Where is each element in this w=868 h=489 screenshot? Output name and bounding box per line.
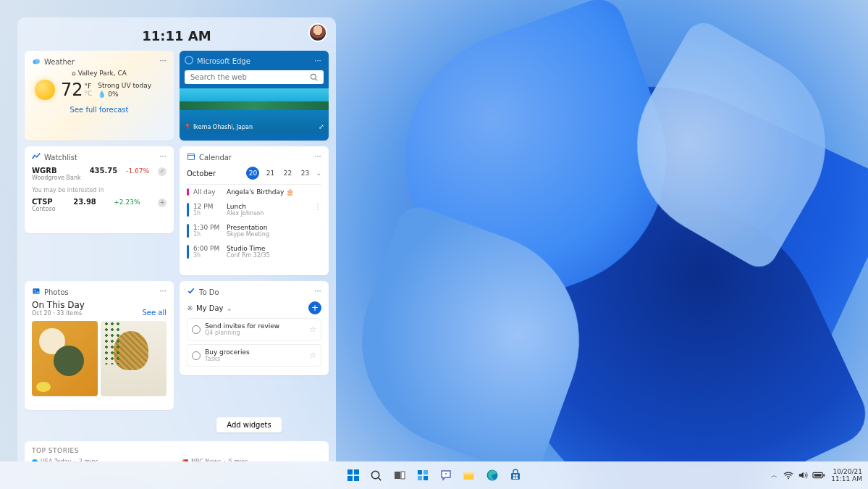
todo-widget[interactable]: To Do ··· ☼ My Day ⌄ + Send invites for … — [180, 281, 329, 375]
watchlist-row[interactable]: CTSPContoso 23.98 +2.23% + — [32, 198, 167, 212]
edge-icon — [185, 56, 193, 66]
sun-outline-icon: ☼ — [187, 304, 193, 312]
todo-more-button[interactable]: ··· — [311, 285, 324, 296]
store-button[interactable] — [506, 466, 525, 485]
widgets-panel: 11:11 AM Weather ··· ⌂ Valley Park, CA 7… — [17, 17, 336, 474]
photos-icon — [32, 287, 41, 297]
edge-title: Microsoft Edge — [197, 57, 250, 65]
calendar-day[interactable]: 20 — [246, 167, 259, 180]
tray-chevron-icon[interactable]: ︿ — [771, 471, 778, 480]
svg-rect-32 — [824, 474, 825, 477]
edge-search-input[interactable]: Search the web — [185, 70, 324, 84]
check-icon[interactable]: ✓ — [158, 167, 167, 176]
weather-widget[interactable]: Weather ··· ⌂ Valley Park, CA 72°F°C Str… — [25, 51, 174, 141]
svg-point-21 — [445, 473, 447, 475]
wifi-icon[interactable] — [783, 471, 793, 480]
weather-more-button[interactable]: ··· — [156, 55, 169, 65]
todo-icon — [187, 287, 195, 297]
watchlist-row[interactable]: WGRBWoodgrove Bank 435.75 -1.67% ✓ — [32, 167, 167, 181]
svg-rect-10 — [354, 469, 359, 475]
weather-location: Valley Park, CA — [78, 70, 127, 77]
photos-widget[interactable]: Photos ··· On This Day Oct 20 · 33 items… — [25, 281, 174, 410]
photos-see-all-link[interactable]: See all — [142, 309, 167, 317]
edge-widget[interactable]: Microsoft Edge ··· Search the web 📍Ikema… — [180, 51, 329, 141]
svg-point-13 — [371, 471, 379, 478]
calendar-event[interactable]: 6:00 PM3h Studio TimeConf Rm 32/35 — [187, 241, 321, 262]
event-more-icon[interactable]: ⋮ — [314, 203, 321, 211]
task-view-button[interactable] — [390, 466, 409, 485]
weather-title: Weather — [44, 58, 75, 66]
chevron-down-icon[interactable]: ⌄ — [316, 170, 321, 177]
expand-icon[interactable]: ⤢ — [319, 123, 324, 130]
add-widgets-button[interactable]: Add widgets — [216, 417, 281, 432]
battery-icon[interactable] — [812, 472, 825, 479]
profile-avatar[interactable] — [308, 23, 327, 42]
svg-rect-27 — [513, 477, 515, 480]
svg-rect-18 — [424, 470, 428, 475]
star-icon[interactable]: ☆ — [309, 325, 316, 334]
watchlist-more-button[interactable]: ··· — [156, 151, 169, 161]
todo-item[interactable]: Send invites for reviewQ4 planning ☆ — [187, 318, 321, 340]
file-explorer-button[interactable] — [460, 466, 479, 485]
sun-icon — [35, 80, 55, 100]
edge-search-placeholder: Search the web — [190, 73, 247, 81]
chat-button[interactable] — [437, 466, 455, 485]
edge-more-button[interactable]: ··· — [311, 55, 324, 65]
calendar-day[interactable]: 22 — [281, 167, 294, 180]
calendar-event[interactable]: 1:30 PM1h PresentationSkype Meeting — [187, 220, 321, 241]
svg-rect-25 — [513, 475, 515, 477]
svg-point-3 — [311, 74, 316, 79]
svg-rect-24 — [511, 473, 520, 480]
volume-icon[interactable] — [798, 471, 808, 480]
todo-checkbox[interactable] — [192, 325, 201, 334]
calendar-title: Calendar — [199, 154, 232, 162]
calendar-day[interactable]: 21 — [264, 167, 277, 180]
svg-rect-11 — [347, 476, 353, 481]
svg-rect-5 — [188, 154, 195, 159]
calendar-event[interactable]: 12 PM1h LunchAlex Johnson ⋮ — [187, 199, 321, 220]
watchlist-note: You may be interested in — [32, 187, 167, 193]
svg-rect-19 — [418, 476, 422, 480]
weather-temp: 72 — [61, 80, 83, 100]
svg-line-14 — [378, 477, 381, 480]
edge-image[interactable]: 📍Ikema Ohashi, Japan ⤢ — [180, 88, 329, 133]
svg-rect-17 — [418, 470, 422, 475]
svg-rect-28 — [515, 477, 518, 480]
calendar-widget[interactable]: Calendar ··· October 20 21 22 23 ⌄ All d… — [180, 146, 329, 275]
photos-heading: On This Day — [32, 300, 85, 310]
stocks-icon — [32, 152, 41, 162]
start-button[interactable] — [344, 466, 363, 485]
photos-more-button[interactable]: ··· — [156, 285, 169, 296]
todo-title: To Do — [199, 288, 219, 296]
chevron-down-icon[interactable]: ⌄ — [226, 304, 232, 312]
photo-thumbnail[interactable] — [32, 321, 98, 396]
calendar-more-button[interactable]: ··· — [311, 151, 324, 161]
svg-point-2 — [185, 57, 193, 64]
weather-forecast-link[interactable]: See full forecast — [32, 106, 167, 114]
weather-humidity: 0% — [108, 91, 118, 98]
svg-line-4 — [316, 79, 318, 81]
add-icon[interactable]: + — [158, 198, 167, 207]
calendar-month: October — [187, 170, 216, 177]
star-icon[interactable]: ☆ — [309, 351, 316, 360]
todo-item[interactable]: Buy groceriesTasks ☆ — [187, 344, 321, 367]
photo-thumbnail[interactable] — [101, 321, 167, 396]
weather-icon — [32, 57, 41, 67]
panel-clock: 11:11 AM — [142, 28, 211, 43]
calendar-icon — [187, 152, 195, 162]
widgets-button[interactable] — [413, 466, 432, 485]
droplet-icon: 💧 — [98, 91, 106, 98]
watchlist-widget[interactable]: Watchlist ··· WGRBWoodgrove Bank 435.75 … — [25, 146, 174, 233]
svg-rect-31 — [814, 474, 822, 477]
svg-point-8 — [35, 290, 36, 291]
todo-add-button[interactable]: + — [308, 301, 321, 314]
calendar-event[interactable]: All day Angela's Birthday 🎂 — [187, 185, 321, 199]
location-pin-icon: 📍 — [184, 124, 191, 130]
todo-checkbox[interactable] — [192, 351, 201, 360]
taskbar-clock[interactable]: 10/20/21 11:11 AM — [831, 468, 862, 482]
photos-sub: Oct 20 · 33 items — [32, 310, 85, 317]
search-button[interactable] — [367, 466, 386, 485]
edge-button[interactable] — [483, 466, 502, 485]
calendar-day[interactable]: 23 — [298, 167, 311, 180]
todo-list-name: My Day — [196, 304, 223, 312]
